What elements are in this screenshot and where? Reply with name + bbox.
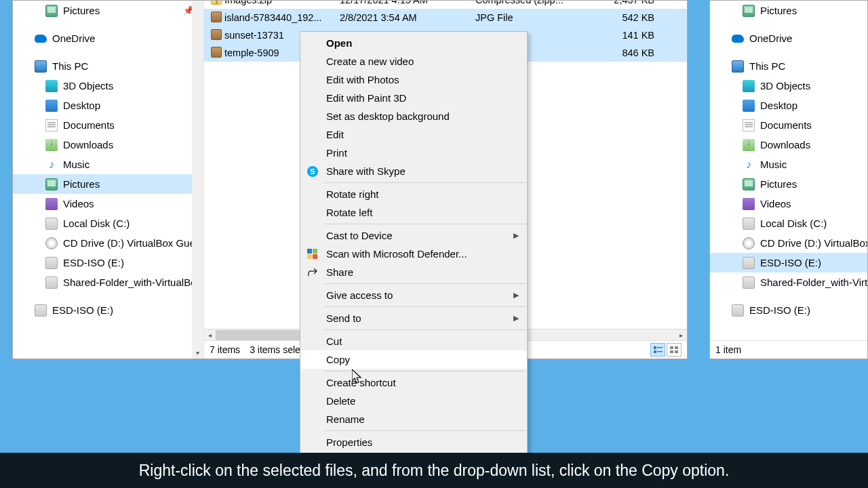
svg-rect-2 (654, 350, 656, 353)
context-menu-rotate-right[interactable]: Rotate right (300, 185, 527, 203)
svg-rect-4 (670, 346, 673, 349)
nav-item-desktop[interactable]: Desktop (710, 96, 867, 115)
nav-item-this-pc[interactable]: This PC (13, 56, 203, 76)
nav-item-local-disk-c-[interactable]: Local Disk (C:) (710, 214, 867, 233)
file-row[interactable]: Images.zip12/17/2021 4:15 AMCompressed (… (204, 1, 687, 9)
svg-rect-11 (313, 254, 317, 259)
context-menu-delete[interactable]: Delete (300, 392, 527, 410)
nav-item-documents[interactable]: Documents (13, 115, 203, 135)
context-menu-cast-to-device[interactable]: Cast to Device▶ (300, 226, 527, 245)
context-menu-properties[interactable]: Properties (300, 433, 527, 451)
context-menu-separator (324, 306, 526, 307)
context-menu-cut[interactable]: Cut (300, 332, 527, 350)
file-size: 2,457 KB (593, 1, 661, 5)
context-menu-edit[interactable]: Edit (300, 125, 527, 144)
nav-item-esd-iso-e-[interactable]: ESD-ISO (E:) (710, 300, 867, 320)
submenu-arrow-icon: ▶ (513, 231, 519, 240)
context-menu-separator (324, 283, 526, 284)
context-menu-scan-with-microsoft-defender-[interactable]: Scan with Microsoft Defender... (300, 245, 527, 263)
file-size: 141 KB (593, 30, 661, 41)
svg-rect-9 (313, 249, 317, 253)
nav-item-shared-folder-with-virtualbox-[interactable]: Shared-Folder_with-VirtualBox (\ (13, 272, 203, 292)
file-row[interactable]: island-5783440_192...2/8/2021 3:54 AMJPG… (204, 9, 687, 26)
nav-item-documents[interactable]: Documents (710, 115, 867, 135)
svg-rect-10 (307, 254, 312, 259)
scroll-left-arrow-icon[interactable]: ◂ (204, 331, 216, 339)
file-jpg-icon (211, 29, 222, 40)
nav-scrollbar[interactable]: ▾ (192, 1, 203, 359)
context-menu-separator (324, 224, 526, 224)
context-menu-set-as-desktop-background[interactable]: Set as desktop background (300, 107, 527, 125)
file-name: island-5783440_192... (224, 12, 340, 23)
view-details-button[interactable] (650, 343, 665, 357)
file-name: Images.zip (224, 1, 340, 5)
nav-item-pictures[interactable]: Pictures (13, 174, 203, 194)
nav-item-cd-drive-d-virtualbox-guest-ad[interactable]: CD Drive (D:) VirtualBox Guest Ad (13, 233, 203, 253)
context-menu-edit-with-paint-3d[interactable]: Edit with Paint 3D (300, 89, 527, 107)
file-date: 12/17/2021 4:15 AM (340, 1, 475, 5)
skype-icon: S (307, 165, 319, 178)
context-menu-separator (324, 182, 526, 183)
nav-item-pictures[interactable]: Pictures (710, 174, 867, 194)
nav-item-3d-objects[interactable]: 3D Objects (710, 76, 867, 96)
svg-rect-3 (657, 351, 663, 352)
nav-item-shared-folder-with-virtualb[interactable]: Shared-Folder_with-VirtualB (710, 272, 867, 292)
mouse-cursor-icon (352, 369, 364, 386)
nav-item-esd-iso-e-[interactable]: ESD-ISO (E:) (13, 300, 203, 320)
nav-item-this-pc[interactable]: This PC (710, 56, 867, 76)
context-menu-separator (324, 430, 526, 431)
context-menu-copy[interactable]: Copy (300, 350, 527, 369)
context-menu-rotate-left[interactable]: Rotate left (300, 203, 527, 222)
nav-item-pictures[interactable]: Pictures (710, 1, 867, 20)
context-menu-share-with-skype[interactable]: SShare with Skype (300, 162, 527, 180)
navigation-pane-left[interactable]: Pictures📌OneDriveThis PC3D ObjectsDeskto… (13, 1, 204, 359)
status-bar-right: 1 item (710, 340, 867, 359)
nav-item-3d-objects[interactable]: 3D Objects (13, 76, 203, 96)
nav-item-music[interactable]: ♪Music (710, 155, 867, 174)
svg-rect-7 (675, 350, 678, 353)
nav-item-local-disk-c-[interactable]: Local Disk (C:) (13, 214, 203, 233)
context-menu-print[interactable]: Print (300, 144, 527, 162)
scroll-right-arrow-icon[interactable]: ▸ (675, 331, 687, 339)
nav-item-desktop[interactable]: Desktop (13, 96, 203, 115)
nav-item-downloads[interactable]: Downloads (710, 135, 867, 155)
context-menu-give-access-to[interactable]: Give access to▶ (300, 286, 527, 304)
tutorial-caption: Right-click on the selected files, and f… (0, 453, 868, 488)
file-type: JPG File (475, 12, 593, 23)
nav-item-music[interactable]: ♪Music (13, 155, 203, 174)
context-menu-open[interactable]: Open (300, 34, 527, 52)
context-menu-create-a-new-video[interactable]: Create a new video (300, 52, 527, 70)
file-jpg-icon (211, 47, 222, 58)
file-zip-icon (211, 1, 222, 5)
context-menu-send-to[interactable]: Send to▶ (300, 309, 527, 327)
file-type: Compressed (zipp... (475, 1, 593, 5)
nav-item-esd-iso-e-[interactable]: ESD-ISO (E:) (13, 253, 203, 272)
file-size: 542 KB (593, 12, 661, 23)
svg-rect-6 (670, 350, 673, 353)
submenu-arrow-icon: ▶ (513, 291, 519, 300)
file-jpg-icon (211, 12, 222, 22)
status-item-count: 7 items (210, 344, 240, 355)
nav-item-videos[interactable]: Videos (710, 194, 867, 214)
nav-item-videos[interactable]: Videos (13, 194, 203, 214)
nav-item-downloads[interactable]: Downloads (13, 135, 203, 155)
context-menu-share[interactable]: Share (300, 263, 527, 281)
nav-item-pictures[interactable]: Pictures📌 (13, 1, 203, 20)
explorer-window-right: PicturesOneDriveThis PC3D ObjectsDesktop… (709, 0, 868, 359)
context-menu-edit-with-photos[interactable]: Edit with Photos (300, 70, 527, 89)
view-large-icons-button[interactable] (667, 343, 682, 357)
defender-icon (307, 248, 319, 260)
nav-item-esd-iso-e-[interactable]: ESD-ISO (E:) (710, 253, 867, 272)
nav-item-cd-drive-d-virtualbox-gues[interactable]: CD Drive (D:) VirtualBox Gues (710, 233, 867, 253)
context-menu[interactable]: OpenCreate a new videoEdit with PhotosEd… (300, 31, 528, 454)
context-menu-create-shortcut[interactable]: Create shortcut (300, 373, 527, 392)
scroll-down-arrow-icon[interactable]: ▾ (192, 347, 203, 359)
context-menu-rename[interactable]: Rename (300, 410, 527, 428)
context-menu-separator (324, 329, 526, 330)
watermark-text: How-to Guide (750, 20, 841, 38)
status-item-count: 1 item (715, 344, 741, 355)
svg-rect-5 (675, 346, 678, 349)
navigation-pane-right[interactable]: PicturesOneDriveThis PC3D ObjectsDesktop… (710, 1, 867, 340)
share-icon (307, 266, 319, 279)
nav-item-onedrive[interactable]: OneDrive (13, 28, 203, 48)
